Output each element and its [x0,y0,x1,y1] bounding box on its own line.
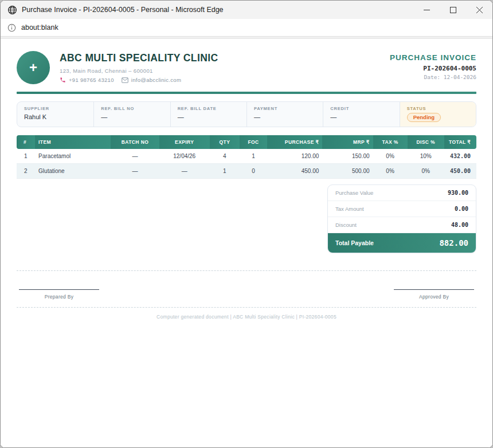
col-expiry: EXPIRY [159,135,210,149]
cell-foc: 1 [240,149,267,164]
cell-tax: 0% [373,149,408,164]
cell-batch: — [111,149,159,164]
total-payable-row: Total Payable 882.00 [328,233,476,253]
clinic-logo: + [17,51,50,84]
items-table: # ITEM BATCH NO EXPIRY QTY FOC PURCHASE … [17,135,476,179]
cell-tax: 0% [373,164,408,179]
totals-row-purchase-value: Purchase Value 930.00 [328,185,476,201]
address-bar[interactable]: about:blank [1,19,492,37]
col-purchase: PURCHASE ₹ [267,135,322,149]
cell-disc: 0% [408,164,444,179]
total-payable-value: 882.00 [439,238,468,247]
totals-card: Purchase Value 930.00 Tax Amount 0.00 Di… [327,184,476,253]
invoice-meta-strip: SUPPLIER Rahul K REF. BILL NO — REF. BIL… [17,101,476,127]
clinic-phone: +91 98765 43210 [69,77,114,83]
cell-qty: 4 [210,149,240,164]
col-index: # [17,135,35,149]
cell-disc: 10% [408,149,444,164]
cell-item: Glutatione [35,164,111,179]
table-row: 1 Paracetamol — 12/04/26 4 1 120.00 150.… [17,149,476,164]
cell-item: Paracetamol [35,149,111,164]
url-text[interactable]: about:blank [21,23,58,32]
page-content: + ABC MULTI SPECIALITY CLINIC 123, Main … [1,38,492,447]
footer-note: Computer generated document | ABC Multi … [17,314,476,320]
meta-credit: CREDIT — [323,102,399,127]
window-title: Purchase Invoice - PI-202604-0005 - Pers… [22,6,413,14]
cell-purchase: 450.00 [267,164,322,179]
maximize-button[interactable] [440,1,466,19]
cell-purchase: 120.00 [267,149,322,164]
cell-foc: 0 [240,164,267,179]
cell-expiry: — [159,164,210,179]
totals-value: 48.00 [451,222,468,228]
document-title: PURCHASE INVOICE [390,53,476,62]
clinic-contact: +91 98765 43210 info@abcclinic.com [60,77,390,83]
col-foc: FOC [240,135,267,149]
meta-value: Rahul K [24,113,93,120]
table-header-row: # ITEM BATCH NO EXPIRY QTY FOC PURCHASE … [17,135,476,149]
invoice-document: + ABC MULTI SPECIALITY CLINIC 123, Main … [1,38,492,320]
meta-label: STATUS [407,106,476,111]
signature-line [394,289,474,290]
info-icon[interactable] [7,23,16,32]
clinic-info: ABC MULTI SPECIALITY CLINIC 123, Main Ro… [60,50,390,83]
prepared-by-block: Prepared By [19,289,99,300]
approved-by-label: Approved By [394,294,474,300]
meta-status: STATUS Pending [400,102,476,127]
mail-icon [122,77,128,83]
meta-value: — [254,113,323,120]
cell-total: 432.00 [444,149,476,164]
meta-label: SUPPLIER [24,106,93,111]
meta-label: CREDIT [330,106,399,111]
meta-ref-bill-date: REF. BILL DATE — [170,102,246,127]
globe-icon [7,5,17,15]
dashed-separator-top [17,270,476,271]
totals-label: Tax Amount [335,206,364,212]
meta-label: REF. BILL NO [101,106,170,111]
approved-by-block: Approved By [394,289,474,300]
col-disc: DISC % [408,135,444,149]
col-tax: TAX % [373,135,408,149]
title-bar: Purchase Invoice - PI-202604-0005 - Pers… [1,1,492,19]
invoice-date: Date: 12-04-2026 [390,74,476,80]
col-item: ITEM [35,135,111,149]
totals-row-tax-amount: Tax Amount 0.00 [328,201,476,217]
meta-ref-bill-no: REF. BILL NO — [93,102,170,127]
meta-value: — [178,113,246,120]
status-badge: Pending [407,113,441,122]
clinic-email: info@abcclinic.com [131,77,181,83]
cell-index: 1 [17,149,35,164]
totals-label: Purchase Value [335,190,373,196]
invoice-number: PI-202604-0005 [390,65,476,72]
signature-line [19,289,99,290]
window-controls [413,1,492,19]
prepared-by-label: Prepared By [19,294,99,300]
invoice-header: + ABC MULTI SPECIALITY CLINIC 123, Main … [17,50,476,84]
totals-label: Discount [335,222,357,228]
clinic-name: ABC MULTI SPECIALITY CLINIC [60,52,390,64]
meta-payment: PAYMENT — [246,102,323,127]
totals-section: Purchase Value 930.00 Tax Amount 0.00 Di… [17,184,476,253]
header-divider-bar [17,92,476,94]
col-mrp: MRP ₹ [322,135,373,149]
close-button[interactable] [466,1,492,19]
meta-label: REF. BILL DATE [178,106,246,111]
col-batch: BATCH NO [111,135,159,149]
cell-mrp: 150.00 [322,149,373,164]
meta-value: — [330,113,399,120]
document-meta: PURCHASE INVOICE PI-202604-0005 Date: 12… [390,53,476,80]
meta-label: PAYMENT [254,106,323,111]
totals-row-discount: Discount 48.00 [328,217,476,233]
cell-qty: 1 [210,164,240,179]
minimize-button[interactable] [413,1,440,19]
plus-icon: + [29,60,37,76]
cell-mrp: 500.00 [322,164,373,179]
signature-row: Prepared By Approved By [17,289,476,300]
phone-icon [60,77,66,83]
dashed-separator-bottom [17,307,476,308]
meta-supplier: SUPPLIER Rahul K [17,102,93,127]
col-total: TOTAL ₹ [444,135,476,149]
total-payable-label: Total Payable [335,239,374,246]
cell-expiry: 12/04/26 [159,149,210,164]
cell-total: 450.00 [444,164,476,179]
